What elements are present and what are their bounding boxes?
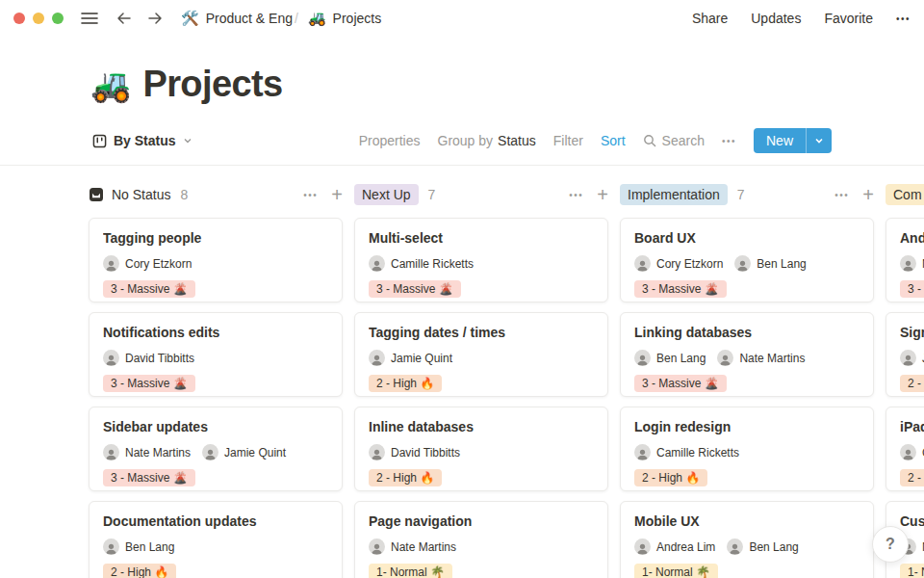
group-by-label: Group by — [438, 133, 494, 148]
column-add-icon[interactable]: + — [862, 185, 874, 204]
priority-pill: 1- N — [900, 564, 924, 578]
page-icon-tractor[interactable]: 🚜 — [90, 68, 131, 101]
column-more-icon[interactable]: ••• — [834, 190, 849, 200]
sort-button[interactable]: Sort — [601, 133, 626, 148]
card-title: Login redesign — [634, 419, 860, 434]
project-card[interactable]: And N 3 - M — [886, 218, 924, 302]
workspace-emoji: 🛠️ — [181, 10, 199, 27]
project-card[interactable]: Multi-select Camille Ricketts 3 - Massiv… — [354, 218, 608, 302]
help-button[interactable]: ? — [872, 526, 909, 563]
assignee-name: Jamie Quint — [224, 446, 286, 460]
topbar-actions: Share Updates Favorite ••• — [692, 11, 911, 26]
new-button-label[interactable]: New — [754, 128, 806, 153]
assignee-name: Nate Martins — [391, 540, 456, 554]
assignee: Ben Lang — [103, 539, 174, 555]
toolbar-more-icon[interactable]: ••• — [722, 136, 736, 146]
card-assignees: Ben Lang — [103, 539, 328, 555]
breadcrumb-page[interactable]: 🚜 Projects — [308, 10, 381, 27]
project-card[interactable]: iPad C 2 - H — [886, 407, 924, 491]
forward-arrow-icon[interactable] — [142, 9, 167, 28]
assignee: N — [900, 255, 924, 272]
more-options-icon[interactable]: ••• — [896, 13, 911, 24]
priority-pill: 1- Normal 🌴 — [634, 564, 718, 578]
new-button[interactable]: New — [754, 128, 832, 153]
column-more-icon[interactable]: ••• — [569, 190, 583, 200]
card-title: Sidebar updates — [103, 419, 328, 434]
project-card[interactable]: Login redesign Camille Ricketts 2 - High… — [620, 407, 874, 491]
project-card[interactable]: Page navigation Nate Martins 1- Normal 🌴 — [354, 501, 608, 578]
project-card[interactable]: Documentation updates Ben Lang 2 - High … — [89, 501, 343, 578]
avatar-icon — [634, 255, 651, 272]
breadcrumb-workspace[interactable]: 🛠️ Product & Eng — [181, 10, 293, 27]
search-label: Search — [662, 133, 705, 148]
column-header: No Status 8 ••• + — [89, 181, 343, 208]
close-window-icon[interactable] — [13, 13, 25, 24]
avatar-icon — [103, 539, 119, 555]
group-by-value: Status — [498, 133, 536, 148]
avatar-icon — [103, 444, 119, 460]
avatar-icon — [734, 255, 751, 272]
project-card[interactable]: Sidebar updates Nate Martins Jamie Quint… — [89, 407, 343, 491]
project-card[interactable]: Notifications edits David Tibbitts 3 - M… — [89, 312, 343, 397]
priority-pill: 3 - Massive 🌋 — [634, 280, 727, 298]
chevron-down-icon — [183, 136, 192, 145]
board: No Status 8 ••• + Tagging people Cory Et… — [0, 166, 924, 578]
project-card[interactable]: Sign J 2 - H — [886, 312, 924, 397]
minimize-window-icon[interactable] — [33, 13, 44, 24]
chevron-down-icon — [814, 136, 824, 145]
favorite-button[interactable]: Favorite — [824, 11, 873, 26]
project-card[interactable]: Mobile UX Andrea Lim Ben Lang 1- Normal … — [620, 501, 874, 578]
project-card[interactable]: Inline databases David Tibbitts 2 - High… — [354, 407, 608, 491]
card-title: Tagging dates / times — [369, 325, 594, 340]
assignee-name: Andrea Lim — [656, 540, 715, 554]
new-dropdown-caret[interactable] — [806, 128, 832, 153]
assignee-name: Ben Lang — [749, 540, 798, 554]
breadcrumb-workspace-label: Product & Eng — [206, 11, 293, 26]
column-add-icon[interactable]: + — [597, 185, 608, 204]
view-switcher[interactable]: By Status — [92, 133, 192, 148]
assignee: David Tibbitts — [103, 350, 194, 366]
card-assignees: Jamie Quint — [369, 350, 594, 366]
card-assignees: Andrea Lim Ben Lang — [634, 539, 860, 555]
column-count: 7 — [737, 187, 745, 202]
group-by-button[interactable]: Group by Status — [438, 133, 536, 148]
updates-button[interactable]: Updates — [751, 11, 801, 26]
project-card[interactable]: Board UX Cory Etzkorn Ben Lang 3 - Massi… — [620, 218, 874, 302]
project-card[interactable]: Tagging people Cory Etzkorn 3 - Massive … — [89, 218, 343, 302]
column-add-icon[interactable]: + — [331, 185, 343, 204]
priority-pill: 3 - Massive 🌋 — [103, 469, 195, 486]
avatar-icon — [634, 444, 651, 460]
column-more-icon[interactable]: ••• — [303, 190, 318, 200]
card-assignees: C — [900, 444, 924, 460]
avatar-icon — [103, 255, 119, 272]
properties-button[interactable]: Properties — [359, 133, 421, 148]
share-button[interactable]: Share — [692, 11, 728, 26]
assignee: Nate Martins — [103, 444, 191, 460]
toolbar-controls: Properties Group by Status Filter Sort S… — [359, 128, 832, 153]
sidebar-toggle-icon[interactable] — [77, 10, 102, 27]
priority-pill: 1- Normal 🌴 — [369, 564, 452, 578]
filter-button[interactable]: Filter — [553, 133, 583, 148]
assignee: Camille Ricketts — [634, 444, 739, 460]
column-header: Next Up 7 ••• + — [354, 181, 608, 208]
project-card[interactable]: Linking databases Ben Lang Nate Martins … — [620, 312, 874, 397]
board-view-icon — [92, 134, 107, 148]
back-arrow-icon[interactable] — [112, 9, 137, 28]
breadcrumb-page-label: Projects — [333, 11, 382, 26]
card-assignees: Cory Etzkorn — [103, 255, 328, 272]
search-button[interactable]: Search — [643, 133, 705, 148]
column-status-pill: Next Up — [354, 184, 419, 205]
card-assignees: N — [900, 255, 924, 272]
avatar-icon — [900, 444, 916, 460]
card-title: Board UX — [634, 230, 860, 246]
database-toolbar: By Status Properties Group by Status Fil… — [0, 128, 924, 166]
column-count: 7 — [428, 187, 436, 202]
assignee: Jamie Quint — [202, 444, 286, 460]
column-status-pill: Implementation — [620, 184, 728, 205]
no-status-icon — [89, 187, 104, 202]
card-title: Page navigation — [369, 513, 594, 529]
project-card[interactable]: Tagging dates / times Jamie Quint 2 - Hi… — [354, 312, 608, 397]
column-title: No Status — [112, 187, 170, 202]
zoom-window-icon[interactable] — [52, 13, 64, 24]
card-title: Mobile UX — [634, 513, 860, 529]
